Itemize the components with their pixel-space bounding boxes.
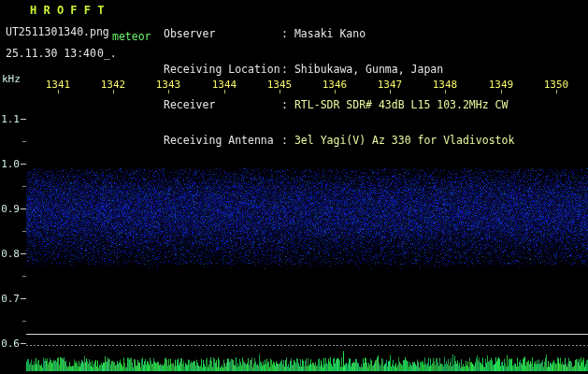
x-axis: 1341 1342 1343 1344 1345 1346 1347 1348 … [0,0,588,374]
x-tick-label: 1347 [376,79,404,91]
x-tick-label: 1341 [44,79,72,91]
x-tick-label: 1348 [431,79,459,91]
x-tick-label: 1350 [542,79,570,91]
hrofft-output-screen: H R O F F T UT2511301340.png meteor 25.1… [0,0,588,374]
x-tick-label: 1344 [210,79,238,91]
x-tick-label: 1349 [487,79,515,91]
x-tick-label: 1345 [265,79,294,91]
x-tick-label: 1346 [321,79,349,91]
x-tick-label: 1343 [154,79,182,91]
x-tick-label: 1342 [99,79,127,91]
